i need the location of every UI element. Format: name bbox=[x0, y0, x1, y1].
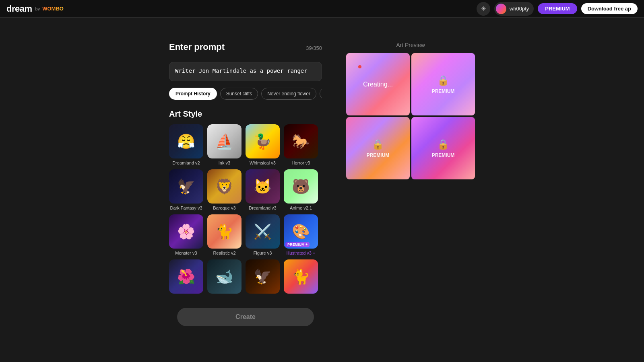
art-label: Horror v3 bbox=[292, 160, 310, 165]
left-panel: Enter prompt 39/350 Prompt History Sunse… bbox=[169, 42, 322, 326]
lock-icon: 🔒 bbox=[372, 139, 384, 150]
art-label: Dreamland v3 bbox=[249, 206, 276, 210]
lock-icon: 🔒 bbox=[437, 139, 449, 150]
art-style-cat[interactable]: 🐈 bbox=[284, 259, 318, 296]
header-actions: ☀ wh00pty PREMIUM Download free ap bbox=[477, 2, 638, 16]
tag-prompt-history[interactable]: Prompt History bbox=[169, 88, 217, 100]
wombo-logo: WOMBO bbox=[42, 6, 64, 12]
art-style-dreamland-v3[interactable]: 🐱 Dreamland v3 bbox=[246, 169, 280, 210]
art-label: Dreamland v2 bbox=[172, 160, 200, 165]
logo-by: by bbox=[35, 6, 40, 11]
art-style-dreamland-v2[interactable]: 😤 Dreamland v2 bbox=[169, 124, 203, 165]
preview-title: Art Preview bbox=[346, 42, 475, 48]
tag-never-ending-flower[interactable]: Never ending flower bbox=[261, 88, 316, 100]
download-app-button[interactable]: Download free ap bbox=[581, 3, 638, 14]
art-label: Realistic v2 bbox=[213, 251, 235, 255]
preview-cell-3[interactable]: 🔒 PREMIUM bbox=[346, 117, 410, 179]
art-label: Ink v3 bbox=[219, 160, 230, 165]
premium-label: PREMIUM bbox=[367, 152, 390, 158]
logo-text: dream bbox=[6, 4, 32, 14]
art-style-floral[interactable]: 🌺 bbox=[169, 259, 203, 296]
art-style-monster-v3[interactable]: 🌸 Monster v3 bbox=[169, 214, 203, 255]
premium-label: PREMIUM bbox=[432, 88, 455, 94]
art-label: Monster v3 bbox=[175, 251, 197, 255]
art-style-figure-v3[interactable]: ⚔️ Figure v3 bbox=[246, 214, 280, 255]
preview-cell-2[interactable]: 🔒 PREMIUM bbox=[411, 53, 475, 115]
art-style-baroque-v3[interactable]: 🦁 Baroque v3 bbox=[207, 169, 242, 210]
preview-grid: Creating... 🔒 PREMIUM 🔒 PREMIUM bbox=[346, 53, 475, 179]
art-label: Whimsical v3 bbox=[250, 160, 276, 165]
art-label: Anime v2.1 bbox=[290, 206, 312, 210]
art-style-horror-v3[interactable]: 🐎 Horror v3 bbox=[284, 124, 318, 165]
art-style-dark-fantasy-v3[interactable]: 🦅 Dark Fantasy v3 bbox=[169, 169, 203, 210]
main-content: Enter prompt 39/350 Prompt History Sunse… bbox=[80, 18, 564, 342]
premium-button[interactable]: PREMIUM bbox=[538, 3, 577, 14]
right-panel: Art Preview Creating... 🔒 PREMIUM bbox=[346, 42, 475, 326]
art-style-realistic-v2[interactable]: 🐈 Realistic v2 bbox=[207, 214, 242, 255]
header: dream by WOMBO ☀ wh00pty PREMIUM Downloa… bbox=[0, 0, 644, 18]
tag-fire-and-w[interactable]: Fire and w... bbox=[320, 88, 322, 100]
create-button-wrap: Create bbox=[169, 308, 322, 326]
prompt-input[interactable] bbox=[169, 62, 322, 81]
create-button[interactable]: Create bbox=[177, 308, 314, 326]
logo-area: dream by WOMBO bbox=[6, 4, 64, 14]
user-menu-button[interactable]: wh00pty bbox=[494, 2, 534, 16]
username-label: wh00pty bbox=[510, 6, 529, 12]
art-style-ink-v3[interactable]: ⛵ Ink v3 bbox=[207, 124, 242, 165]
art-style-illustrated-v3[interactable]: 🎨 PREMIUM + Illustrated v3 + bbox=[284, 214, 318, 255]
prompt-tags: Prompt History Sunset cliffs Never endin… bbox=[169, 88, 322, 100]
premium-badge: PREMIUM + bbox=[285, 242, 310, 247]
art-style-orca[interactable]: 🐋 bbox=[207, 259, 242, 296]
preview-cell-1[interactable]: Creating... bbox=[346, 53, 410, 115]
prompt-header: Enter prompt 39/350 bbox=[169, 42, 322, 57]
sun-icon: ☀ bbox=[481, 5, 486, 12]
art-style-grid: 😤 Dreamland v2 ⛵ Ink v3 🦆 Whimsical v3 🐎 bbox=[169, 124, 322, 296]
art-style-bird[interactable]: 🦅 bbox=[246, 259, 280, 296]
theme-toggle-button[interactable]: ☀ bbox=[477, 2, 490, 16]
char-count: 39/350 bbox=[306, 45, 322, 51]
preview-cell-4[interactable]: 🔒 PREMIUM bbox=[411, 117, 475, 179]
art-style-whimsical-v3[interactable]: 🦆 Whimsical v3 bbox=[246, 124, 280, 165]
lock-icon: 🔒 bbox=[437, 75, 449, 86]
art-style-anime-v2[interactable]: 🐻 Anime v2.1 bbox=[284, 169, 318, 210]
prompt-title: Enter prompt bbox=[169, 42, 225, 52]
premium-label: PREMIUM bbox=[432, 152, 455, 158]
art-label: Illustrated v3 + bbox=[287, 251, 316, 255]
avatar bbox=[496, 4, 506, 14]
creating-indicator bbox=[358, 65, 361, 68]
art-label: Dark Fantasy v3 bbox=[170, 206, 202, 210]
tag-sunset-cliffs[interactable]: Sunset cliffs bbox=[220, 88, 258, 100]
art-style-title: Art Style bbox=[169, 109, 322, 119]
art-label: Figure v3 bbox=[254, 251, 272, 255]
art-label: Baroque v3 bbox=[213, 206, 235, 210]
creating-text: Creating... bbox=[363, 81, 393, 88]
